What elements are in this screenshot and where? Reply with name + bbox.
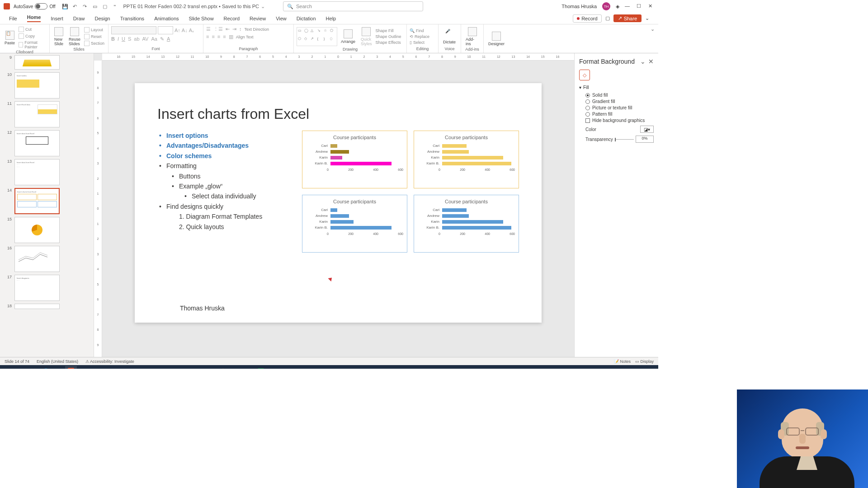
close-icon[interactable]: ✕ xyxy=(648,58,654,65)
italic-button[interactable]: I xyxy=(118,36,119,42)
firefox-icon[interactable]: 🦊 xyxy=(27,366,39,369)
chevron-down-icon[interactable]: ⌄ xyxy=(640,58,646,65)
case-button[interactable]: Aa xyxy=(151,36,157,42)
copy-button[interactable]: Copy xyxy=(19,33,47,39)
indent-dec-icon[interactable]: ⇤ xyxy=(226,26,230,32)
align-left-icon[interactable]: ≡ xyxy=(206,34,209,40)
thumb-12[interactable]: Insert data from Excel xyxy=(14,130,60,156)
section-button[interactable]: Section xyxy=(84,40,104,47)
thumb-11[interactable]: Insert Excel data xyxy=(14,101,60,127)
new-slide-button[interactable]: New Slide xyxy=(52,26,65,47)
slide-thumbnails[interactable]: 9 10Insert tables 11Insert Excel data 12… xyxy=(0,53,94,357)
app-icon[interactable]: ◆ xyxy=(116,366,127,369)
share-button[interactable]: ↗Share xyxy=(613,14,642,22)
diamond-icon[interactable]: ◈ xyxy=(616,4,619,9)
qat-icon[interactable]: ▭ xyxy=(91,3,99,10)
columns-icon[interactable]: ▥ xyxy=(229,34,233,40)
reset-button[interactable]: Reset xyxy=(84,33,104,40)
avatar[interactable]: TH xyxy=(602,2,610,10)
layout-button[interactable]: Layout xyxy=(84,27,104,33)
quick-styles-button[interactable]: Quick Styles xyxy=(359,26,374,47)
hide-graphics-check[interactable]: Hide background graphics xyxy=(585,118,654,123)
gradient-fill-radio[interactable]: Gradient fill xyxy=(585,99,654,104)
strike-button[interactable]: S xyxy=(128,36,131,42)
numbering-icon[interactable]: ⋮☰ xyxy=(213,26,223,32)
tab-design[interactable]: Design xyxy=(94,16,110,21)
close-icon[interactable]: ✕ xyxy=(648,3,655,9)
app-icon[interactable]: ◉ xyxy=(230,366,241,369)
shapes-gallery[interactable]: ▭◯△↘☆⬠⬡◇↗{}⬯ xyxy=(297,27,337,46)
fill-section[interactable]: ▾Fill xyxy=(579,85,654,90)
tab-dictation[interactable]: Dictation xyxy=(297,16,316,21)
shape-effects-button[interactable]: Shape Effects xyxy=(376,40,401,45)
select-button[interactable]: ▯Select xyxy=(410,40,429,45)
vlc-icon[interactable]: ▲ xyxy=(90,366,102,369)
tab-transitions[interactable]: Transitions xyxy=(120,16,144,21)
thumb-10[interactable]: Insert tables xyxy=(14,72,60,99)
picture-fill-radio[interactable]: Picture or texture fill xyxy=(585,105,654,110)
align-center-icon[interactable]: ≡ xyxy=(212,34,214,40)
app-icon[interactable]: ◐ xyxy=(192,366,203,369)
tab-draw[interactable]: Draw xyxy=(73,16,85,21)
cut-button[interactable]: Cut xyxy=(19,26,47,33)
font-color-button[interactable]: A xyxy=(167,36,170,42)
qat-icon[interactable]: ▢ xyxy=(101,3,108,10)
minimize-icon[interactable]: — xyxy=(625,3,631,9)
spacing-button[interactable]: AV xyxy=(142,36,149,42)
onenote-icon[interactable]: N xyxy=(128,366,140,369)
highlight-button[interactable]: ✎ xyxy=(160,36,164,42)
tab-slideshow[interactable]: Slide Show xyxy=(189,16,214,21)
app-icon[interactable]: ▣ xyxy=(154,366,165,369)
present-icon[interactable]: ▢ xyxy=(605,15,610,21)
decrease-font-icon[interactable]: A↓ xyxy=(182,28,188,33)
thumb-14[interactable]: Insert charts from Excel xyxy=(14,188,60,214)
app-icon[interactable]: ◉ xyxy=(103,366,115,369)
outlook-icon[interactable]: ✉ xyxy=(52,366,64,369)
app-icon[interactable]: ▢ xyxy=(242,366,254,369)
underline-button[interactable]: U xyxy=(122,36,125,42)
shape-fill-button[interactable]: Shape Fill xyxy=(376,28,401,33)
increase-font-icon[interactable]: A↑ xyxy=(175,28,180,33)
autosave-toggle[interactable]: AutoSave Off xyxy=(14,3,56,9)
chrome-icon[interactable]: 🌐 xyxy=(40,366,52,369)
replace-button[interactable]: ⟲Replace xyxy=(410,34,429,39)
reuse-slides-button[interactable]: Reuse Slides xyxy=(67,26,82,47)
thumb-17[interactable]: Insert diagrams· · · xyxy=(14,275,60,301)
obs-icon[interactable]: ⬤ xyxy=(166,366,178,369)
fill-category-icon[interactable]: ◇ xyxy=(579,70,590,80)
align-right-icon[interactable]: ≡ xyxy=(217,34,220,40)
tab-animations[interactable]: Animations xyxy=(154,16,179,21)
bold-button[interactable]: B xyxy=(111,36,115,42)
font-family-input[interactable] xyxy=(111,26,156,34)
tab-view[interactable]: View xyxy=(276,16,287,21)
thumb-15[interactable] xyxy=(14,217,60,243)
explorer-icon[interactable]: 📁 xyxy=(14,366,26,369)
solid-fill-radio[interactable]: Solid fill xyxy=(585,93,654,98)
indent-inc-icon[interactable]: ⇥ xyxy=(232,26,236,32)
shadow-button[interactable]: ab xyxy=(134,36,139,42)
user-name[interactable]: Thomas Hruska xyxy=(561,4,597,9)
justify-icon[interactable]: ≡ xyxy=(223,34,226,40)
app-icon[interactable]: ▦ xyxy=(204,366,216,369)
format-painter-button[interactable]: Format Painter xyxy=(19,40,47,50)
save-icon[interactable]: 💾 xyxy=(61,3,69,10)
arrange-button[interactable]: Arrange xyxy=(339,28,357,45)
paste-button[interactable]: 📋Paste xyxy=(3,30,17,46)
tab-file[interactable]: File xyxy=(9,16,17,21)
app-icon[interactable]: ▯ xyxy=(179,366,191,369)
whatsapp-icon[interactable]: 💬 xyxy=(217,366,229,369)
font-size-input[interactable] xyxy=(158,26,173,34)
transparency-input[interactable]: 0% xyxy=(636,136,654,143)
addins-button[interactable]: Add-ins xyxy=(464,26,481,47)
collapse-ribbon-icon[interactable]: ⌄ xyxy=(647,24,658,53)
app-icon[interactable]: ◎ xyxy=(78,366,90,369)
chevron-down-icon[interactable]: ⌄ xyxy=(261,4,265,9)
accessibility[interactable]: ⚠ Accessibility: Investigate xyxy=(85,359,134,364)
edge-icon[interactable]: ◉ xyxy=(141,366,153,369)
line-spacing-icon[interactable]: ↕ xyxy=(239,26,242,32)
thumb-9[interactable] xyxy=(14,55,60,70)
notes-button[interactable]: 📝 Notes xyxy=(614,359,631,364)
clear-format-icon[interactable]: Aᵥ xyxy=(189,28,194,33)
tab-insert[interactable]: Insert xyxy=(51,16,63,21)
undo-icon[interactable]: ↶ xyxy=(71,3,79,10)
